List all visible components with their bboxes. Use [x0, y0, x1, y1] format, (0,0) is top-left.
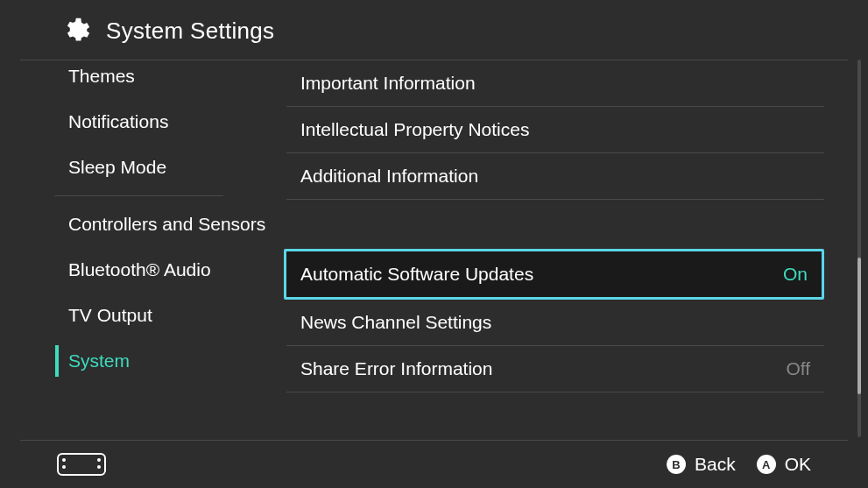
sidebar-item-themes[interactable]: Themes [0, 60, 278, 99]
a-button-icon: A [757, 455, 776, 474]
option-label: Automatic Software Updates [300, 264, 533, 285]
page-title: System Settings [106, 18, 274, 45]
sidebar-item-controllers[interactable]: Controllers and Sensors [0, 202, 278, 247]
b-button-icon: B [667, 455, 686, 474]
option-label: Share Error Information [300, 358, 492, 379]
option-automatic-updates[interactable]: Automatic Software Updates On [284, 249, 824, 300]
sidebar-item-bluetooth[interactable]: Bluetooth® Audio [0, 247, 278, 293]
ok-button[interactable]: A OK [757, 454, 811, 475]
option-additional-information[interactable]: Additional Information [286, 153, 824, 200]
option-label: Intellectual Property Notices [300, 119, 529, 140]
sidebar-item-label: Themes [68, 66, 135, 86]
sidebar-item-notifications[interactable]: Notifications [0, 99, 278, 145]
header: System Settings [20, 0, 848, 60]
sidebar-item-label: Bluetooth® Audio [68, 259, 211, 279]
sidebar-item-label: Controllers and Sensors [68, 214, 265, 234]
ok-label: OK [785, 454, 811, 475]
option-label: News Channel Settings [300, 312, 491, 333]
sidebar-item-tv-output[interactable]: TV Output [0, 293, 278, 338]
footer: B Back A OK [20, 440, 848, 488]
footer-right: B Back A OK [667, 454, 811, 475]
footer-left [57, 453, 106, 476]
sidebar-item-sleep-mode[interactable]: Sleep Mode [0, 145, 278, 190]
back-button[interactable]: B Back [667, 454, 736, 475]
option-share-error[interactable]: Share Error Information Off [286, 346, 824, 393]
back-label: Back [695, 454, 736, 475]
controller-icon[interactable] [57, 453, 106, 476]
option-news-channel[interactable]: News Channel Settings [286, 300, 824, 346]
option-important-information[interactable]: Important Information [286, 60, 824, 107]
sidebar-item-label: TV Output [68, 305, 152, 325]
option-label: Important Information [300, 73, 476, 94]
sidebar-item-label: System [68, 350, 130, 371]
sidebar: Themes Notifications Sleep Mode Controll… [0, 60, 278, 437]
option-value: Off [786, 358, 810, 379]
group-gap [286, 200, 824, 237]
option-label: Additional Information [300, 166, 478, 187]
gear-icon [60, 16, 90, 46]
sidebar-item-system[interactable]: System [0, 338, 278, 384]
main-area: Themes Notifications Sleep Mode Controll… [0, 60, 868, 437]
scrollbar-thumb[interactable] [857, 258, 861, 394]
sidebar-item-label: Notifications [68, 111, 168, 131]
sidebar-item-label: Sleep Mode [68, 157, 166, 177]
option-ip-notices[interactable]: Intellectual Property Notices [286, 107, 824, 153]
option-value: On [783, 264, 808, 285]
content-panel: Important Information Intellectual Prope… [278, 60, 868, 437]
sidebar-divider [54, 195, 223, 196]
